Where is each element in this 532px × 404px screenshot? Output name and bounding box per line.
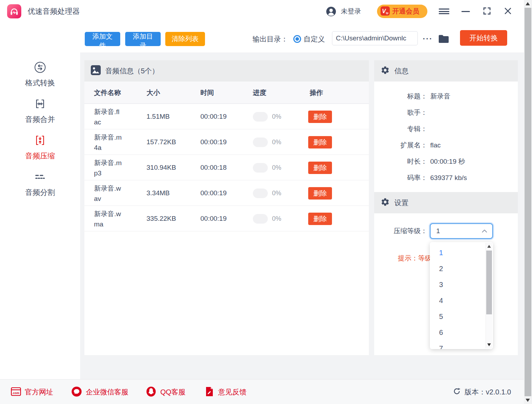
maximize-button[interactable]: [480, 0, 494, 23]
sidebar-item-label: 音频分割: [0, 187, 80, 197]
audio-info-title: 音频信息（5个）: [105, 66, 159, 76]
qq-support-link[interactable]: QQ客服: [145, 380, 185, 404]
info-field-title: 标题：新录音: [374, 88, 518, 105]
dropdown-option-1[interactable]: 1: [430, 245, 485, 261]
info-field-album: 专辑：: [374, 121, 518, 137]
clear-list-button[interactable]: 清除列表: [165, 32, 205, 46]
delete-button[interactable]: 删除: [308, 162, 332, 174]
file-name: 新录音.mp3: [94, 158, 123, 178]
output-path-input[interactable]: [332, 31, 418, 45]
folder-icon: [438, 39, 449, 45]
audio-info-header: 音频信息（5个）: [84, 60, 369, 82]
info-header: 信息: [374, 60, 518, 82]
close-button[interactable]: [501, 0, 515, 23]
vip-label: 开通会员: [392, 7, 419, 16]
dropdown-option-6[interactable]: 6: [430, 325, 485, 341]
dropdown-option-7[interactable]: 7: [430, 341, 485, 349]
sidebar-item-format-convert[interactable]: 格式转换: [0, 61, 80, 88]
progress-pill: [253, 138, 268, 147]
start-convert-button[interactable]: 开始转换: [460, 30, 507, 46]
custom-radio[interactable]: [293, 35, 301, 43]
window-scrollbar-thumb[interactable]: [525, 8, 531, 396]
dropdown-scrollbar-thumb[interactable]: [486, 251, 492, 314]
official-website-link[interactable]: .com 官方网址: [11, 380, 53, 404]
chevron-up-icon: [482, 228, 487, 234]
info-title: 信息: [394, 66, 409, 76]
dropdown-option-3[interactable]: 3: [430, 277, 485, 293]
file-size: 1.51MB: [146, 104, 170, 129]
audio-info-panel: 音频信息（5个） 文件名称 大小 时间 进度 操作 新录音.flac 1.51M…: [84, 60, 369, 355]
website-icon: .com: [11, 386, 21, 398]
titlebar: 优速音频处理器 未登录 V ip 开通会员: [0, 0, 524, 23]
gear-icon: [381, 66, 390, 76]
delete-button[interactable]: 删除: [308, 213, 332, 225]
info-settings-panel: 信息 标题：新录音 歌手： 专辑： 扩展名：flac 时长：00:00:19 秒…: [374, 60, 518, 355]
toolbar: 添加文件 添加目录 清除列表 输出目录： 自定义 ··· 开始转换: [80, 23, 524, 52]
wechat-icon: [71, 386, 82, 398]
sidebar-item-audio-merge[interactable]: 音频合并: [0, 97, 80, 124]
table-row: 新录音.flac 1.51MB 00:00:19 0% 删除: [84, 104, 369, 129]
dropdown-option-4[interactable]: 4: [430, 293, 485, 309]
info-field-artist: 歌手：: [374, 105, 518, 121]
login-status[interactable]: 未登录: [341, 0, 361, 23]
column-progress: 进度: [253, 82, 266, 104]
delete-button[interactable]: 删除: [308, 187, 332, 200]
dropdown-option-2[interactable]: 2: [430, 261, 485, 277]
browse-more-button[interactable]: ···: [420, 32, 436, 46]
file-name: 新录音.flac: [94, 107, 123, 127]
open-vip-button[interactable]: V ip 开通会员: [377, 5, 427, 18]
compression-level-select[interactable]: 1: [430, 223, 493, 239]
progress-pill: [253, 112, 268, 122]
info-field-duration: 时长：00:00:19 秒: [374, 153, 518, 170]
table-row: 新录音.wma 335.22KB 00:00:19 0% 删除: [84, 206, 369, 231]
settings-header: 设置: [374, 192, 518, 213]
scroll-down-icon[interactable]: [487, 343, 491, 346]
info-field-bitrate: 码率：639377 kb/s: [374, 170, 518, 186]
add-directory-button[interactable]: 添加目录: [125, 32, 161, 46]
version-info: 版本：v2.0.1.0: [453, 380, 511, 404]
file-time: 00:00:19: [200, 206, 227, 231]
format-convert-icon: [34, 69, 46, 75]
app-title: 优速音频处理器: [28, 0, 80, 23]
sidebar-item-label: 音频合并: [0, 114, 80, 124]
progress-pill: [253, 214, 268, 224]
file-progress: 0%: [253, 155, 281, 180]
file-size: 157.72KB: [146, 129, 176, 155]
feedback-link[interactable]: 意见反馈: [204, 380, 246, 404]
dropdown-scrollbar[interactable]: [486, 243, 492, 348]
scroll-up-icon[interactable]: [487, 245, 491, 248]
gear-icon: [381, 197, 390, 208]
compression-level-label: 压缩等级：: [374, 226, 427, 236]
output-dir-label: 输出目录：: [253, 32, 288, 46]
file-size: 335.22KB: [146, 206, 176, 231]
sidebar-item-audio-split[interactable]: 音频分割: [0, 170, 80, 197]
dropdown-option-5[interactable]: 5: [430, 309, 485, 325]
delete-button[interactable]: 删除: [308, 136, 332, 148]
wechat-support-link[interactable]: 企业微信客服: [71, 380, 128, 404]
add-file-button[interactable]: 添加文件: [85, 32, 120, 46]
audio-merge-icon: [34, 106, 46, 111]
user-avatar-icon[interactable]: [326, 6, 336, 17]
sidebar-item-audio-compress[interactable]: 音频压缩: [0, 134, 80, 161]
refresh-icon[interactable]: [453, 387, 461, 397]
file-progress: 0%: [253, 206, 281, 231]
window-scrollbar[interactable]: [524, 0, 532, 404]
dropdown-options: 1 2 3 4 5 6 7: [430, 245, 485, 349]
file-time: 00:00:18: [200, 155, 227, 180]
scroll-down-icon[interactable]: [526, 399, 530, 402]
audio-compress-icon: [34, 142, 46, 148]
minimize-button[interactable]: [459, 0, 473, 23]
sidebar: 格式转换 音频合并 音频压缩: [0, 23, 80, 379]
feedback-icon: [204, 386, 215, 398]
close-icon: [503, 6, 512, 17]
footer: .com 官方网址 企业微信客服 QQ客服: [0, 379, 524, 404]
sidebar-item-label: 格式转换: [0, 78, 80, 88]
open-folder-button[interactable]: [436, 32, 451, 46]
delete-button[interactable]: 删除: [308, 111, 332, 123]
menu-button[interactable]: [437, 0, 451, 23]
scroll-up-icon[interactable]: [526, 2, 530, 5]
file-progress: 0%: [253, 104, 281, 129]
table-row: 新录音.mp3 310.94KB 00:00:18 0% 删除: [84, 155, 369, 180]
qq-icon: [145, 386, 157, 398]
vip-icon: V ip: [381, 6, 390, 17]
